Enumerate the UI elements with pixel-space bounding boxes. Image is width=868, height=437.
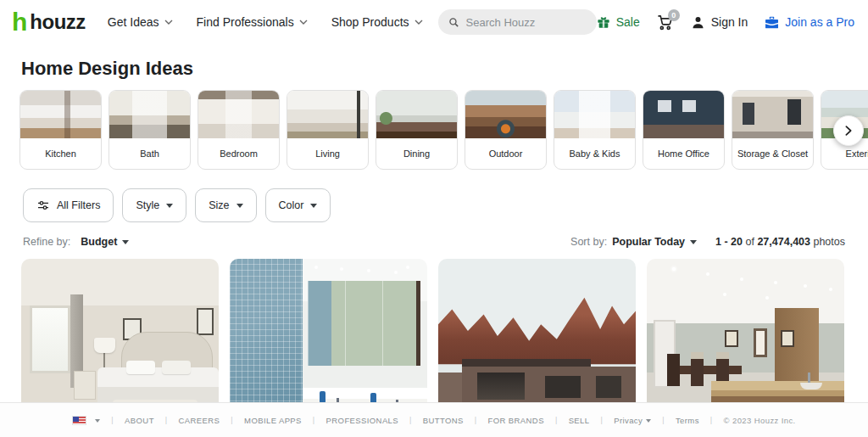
bathroom-bottle <box>370 393 376 402</box>
dining-chair <box>691 352 704 386</box>
bedroom-window <box>30 305 70 373</box>
category-thumb-baby-kids <box>554 91 635 138</box>
search-bar <box>438 9 597 35</box>
footer-separator: | <box>600 416 603 424</box>
category-card-storage-closet[interactable]: Storage & Closet <box>732 90 814 170</box>
houzz-logo[interactable]: h houzz <box>12 11 86 33</box>
gift-icon <box>597 15 610 29</box>
footer-separator: | <box>475 416 477 424</box>
category-label: Bedroom <box>198 138 279 169</box>
sliders-icon <box>36 199 50 212</box>
footer-link-about[interactable]: ABOUT <box>125 416 154 425</box>
photo-tile-bedroom[interactable] <box>21 259 219 402</box>
size-filter-button[interactable]: Size <box>195 188 256 222</box>
nav-find-professionals[interactable]: Find Professionals <box>197 15 308 29</box>
footer-separator: | <box>165 416 168 424</box>
carousel-next-button[interactable] <box>833 115 864 146</box>
category-card-baby-kids[interactable]: Baby & Kids <box>554 90 636 170</box>
sale-link[interactable]: Sale <box>597 15 640 29</box>
footer-separator: | <box>313 416 315 424</box>
chevron-down-icon <box>415 20 423 25</box>
nav-shop-products-label: Shop Products <box>331 15 409 29</box>
all-filters-button[interactable]: All Filters <box>23 188 114 222</box>
size-filter-label: Size <box>209 199 229 211</box>
category-label: Dining <box>376 138 457 169</box>
footer-link-professionals[interactable]: PROFESSIONALS <box>326 416 398 425</box>
bathroom-bottle <box>320 391 326 402</box>
nav-get-ideas[interactable]: Get Ideas <box>108 15 173 29</box>
category-card-kitchen[interactable]: Kitchen <box>19 90 102 170</box>
category-thumb-bedroom <box>198 91 279 138</box>
footer-separator: | <box>111 416 114 424</box>
footer-link-buttons[interactable]: BUTTONS <box>423 416 464 425</box>
category-card-living[interactable]: Living <box>287 90 369 170</box>
nav-shop-products[interactable]: Shop Products <box>331 15 423 29</box>
photo-tile-kitchen[interactable] <box>647 259 844 402</box>
footer-separator: | <box>662 416 665 424</box>
cart-button[interactable]: 0 <box>657 14 674 31</box>
photo-tile-desert-exterior[interactable] <box>438 259 636 402</box>
category-card-bath[interactable]: Bath <box>108 90 191 170</box>
category-thumb-living <box>287 91 368 138</box>
join-as-pro-label: Join as a Pro <box>785 15 854 29</box>
results-range: 1 - 20 <box>715 236 743 248</box>
footer-link-careers[interactable]: CAREERS <box>179 416 220 425</box>
briefcase-icon <box>765 16 779 29</box>
kitchen-wall-art <box>725 330 738 347</box>
bathroom-mirror <box>308 281 420 366</box>
caret-down-icon <box>166 204 173 211</box>
bedroom-frame <box>197 308 214 335</box>
style-filter-button[interactable]: Style <box>122 188 186 222</box>
footer-link-for-brands[interactable]: FOR BRANDS <box>488 416 544 425</box>
sign-in-button[interactable]: Sign In <box>691 15 748 30</box>
category-thumb-kitchen <box>20 91 101 138</box>
caret-down-icon <box>95 419 100 425</box>
cart-count-badge: 0 <box>668 9 680 21</box>
category-label: Outdoor <box>465 138 546 169</box>
search-icon <box>448 16 459 29</box>
kitchen-back-window <box>754 328 767 357</box>
color-filter-button[interactable]: Color <box>265 188 331 222</box>
sort-dropdown[interactable]: Popular Today <box>612 236 697 248</box>
footer-link-terms[interactable]: Terms <box>676 416 699 425</box>
category-thumb-home-office <box>643 91 724 138</box>
all-filters-label: All Filters <box>57 199 100 211</box>
search-input[interactable] <box>466 16 587 29</box>
category-card-bedroom[interactable]: Bedroom <box>198 90 280 170</box>
category-carousel: Kitchen Bath Bedroom Living Dining Outdo… <box>19 90 868 171</box>
user-icon <box>691 15 705 30</box>
category-card-home-office[interactable]: Home Office <box>643 90 725 170</box>
footer-separator: | <box>231 416 233 424</box>
nav-find-professionals-label: Find Professionals <box>197 15 294 29</box>
results-unit: photos <box>813 236 845 248</box>
sale-label: Sale <box>616 15 640 29</box>
category-label: Home Office <box>643 138 724 169</box>
category-card-outdoor[interactable]: Outdoor <box>465 90 547 170</box>
copyright-text: © 2023 Houzz Inc. <box>724 416 796 425</box>
locale-selector[interactable] <box>72 416 100 425</box>
budget-dropdown[interactable]: Budget <box>81 236 129 248</box>
refine-sort-row: Refine by: Budget Sort by: Popular Today… <box>23 236 845 248</box>
kitchen-wall-art <box>781 330 794 347</box>
caret-down-icon <box>646 419 651 425</box>
footer-link-sell[interactable]: SELL <box>569 416 590 425</box>
bedroom-nightstand <box>74 371 96 400</box>
footer-privacy-label: Privacy <box>614 416 643 425</box>
bedroom-lamp-shade <box>94 338 115 353</box>
category-card-dining[interactable]: Dining <box>376 90 458 170</box>
category-row: Kitchen Bath Bedroom Living Dining Outdo… <box>19 90 868 171</box>
bathroom-ceiling-lights <box>314 266 318 269</box>
footer-link-privacy[interactable]: Privacy <box>614 416 651 425</box>
category-label: Bath <box>109 138 190 169</box>
photo-tile-bathroom[interactable] <box>230 259 427 402</box>
category-thumb-bath <box>109 91 190 138</box>
footer-separator: | <box>409 416 412 424</box>
chevron-down-icon <box>299 20 308 25</box>
kitchen-island <box>711 381 844 402</box>
kitchen-wood-cabinet <box>775 308 819 393</box>
sign-in-label: Sign In <box>711 15 748 29</box>
footer-separator: | <box>710 416 713 424</box>
houzz-logo-icon: h <box>12 11 27 33</box>
join-as-pro-button[interactable]: Join as a Pro <box>765 15 854 29</box>
footer-link-mobile-apps[interactable]: MOBILE APPS <box>244 416 302 425</box>
